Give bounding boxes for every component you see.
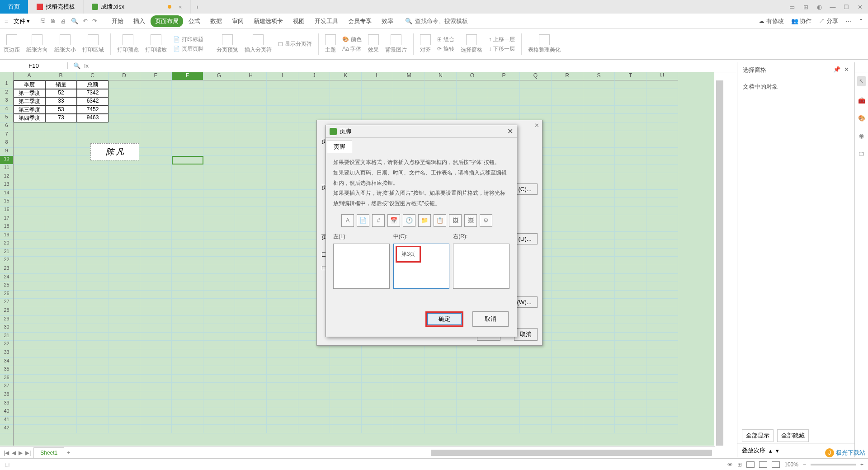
zoom-slider[interactable]	[811, 464, 856, 465]
col-header[interactable]: I	[267, 72, 298, 80]
collapse-ribbon-icon[interactable]: ⌃	[859, 18, 863, 24]
bring-forward-button[interactable]: ↑ 上移一层	[489, 36, 515, 43]
fonts-button[interactable]: Aa 字体	[342, 45, 362, 53]
redo-icon[interactable]: ↷	[92, 18, 97, 24]
data-cell[interactable]: 52	[45, 89, 77, 98]
share[interactable]: ↗ 分享	[819, 17, 838, 25]
sheet-name-icon[interactable]: 📋	[434, 214, 446, 227]
data-cell[interactable]: 73	[45, 114, 77, 122]
sheet-tab-1[interactable]: Sheet1	[33, 447, 64, 458]
file-path-icon[interactable]: 📁	[418, 214, 431, 227]
row-header[interactable]: 4	[0, 106, 13, 114]
row-header[interactable]: 37	[0, 383, 13, 391]
toolbox-icon[interactable]: 🧰	[858, 97, 865, 104]
row-header[interactable]: 9	[0, 148, 13, 156]
row-header[interactable]: 8	[0, 139, 13, 148]
cloud-modified[interactable]: ☁ 有修改	[759, 17, 784, 25]
col-header[interactable]: N	[425, 72, 457, 80]
format-picture-icon[interactable]: ⚙	[480, 214, 492, 227]
tab-file[interactable]: 成绩.xlsx×	[84, 0, 191, 14]
tab-insert[interactable]: 插入	[129, 15, 150, 27]
minimize-icon[interactable]: —	[829, 4, 836, 10]
zoom-level[interactable]: 100%	[784, 461, 798, 468]
col-header[interactable]: D	[108, 72, 140, 80]
tab-templates[interactable]: 找稻壳模板	[28, 0, 84, 14]
print-area-button[interactable]: 打印区域	[82, 34, 104, 54]
tab-formula[interactable]: 公式	[184, 15, 205, 27]
col-header[interactable]: E	[140, 72, 172, 80]
row-header[interactable]: 27	[0, 299, 13, 307]
backup-icon[interactable]: 🗃	[859, 150, 864, 157]
font-format-icon[interactable]: A	[341, 214, 354, 227]
col-header[interactable]: C	[77, 72, 108, 80]
row-header[interactable]: 11	[0, 164, 13, 173]
row-header[interactable]: 14	[0, 190, 13, 198]
tab-member[interactable]: 会员专享	[344, 15, 376, 27]
name-box[interactable]	[4, 62, 64, 69]
col-header[interactable]: B	[45, 72, 77, 80]
row-header[interactable]: 25	[0, 282, 13, 291]
table-beautify-button[interactable]: 表格整理美化	[528, 34, 561, 54]
page-break-view-icon[interactable]	[772, 461, 780, 468]
pane-close-icon[interactable]: ✕	[844, 66, 849, 74]
row-headers[interactable]: 1234567891011121314151617181920212223242…	[0, 72, 14, 446]
col-header[interactable]: P	[488, 72, 520, 80]
eye-icon[interactable]: 👁	[727, 461, 733, 468]
send-backward-button[interactable]: ↓ 下移一层	[489, 45, 515, 53]
row-header[interactable]: 17	[0, 215, 13, 224]
col-header[interactable]: Q	[520, 72, 552, 80]
row-header[interactable]: 13	[0, 181, 13, 190]
tab-newtab[interactable]: 新建选项卡	[249, 15, 288, 27]
dialog-cancel-button[interactable]: 取消	[472, 311, 509, 327]
row-header[interactable]: 2	[0, 89, 13, 98]
back-dialog-close-icon[interactable]: ✕	[534, 122, 539, 129]
col-header[interactable]: L	[362, 72, 393, 80]
data-cell[interactable]: 33	[45, 97, 77, 106]
row-header[interactable]: 26	[0, 291, 13, 299]
page-number-icon[interactable]: #	[372, 214, 385, 227]
data-cell[interactable]: 6342	[77, 97, 108, 106]
normal-view-icon[interactable]	[746, 461, 755, 468]
paper-size-button[interactable]: 纸张大小	[54, 34, 76, 54]
sheet-nav-first-icon[interactable]: |◀	[4, 450, 9, 456]
header-cell[interactable]: 季度	[14, 80, 45, 89]
show-all-button[interactable]: 全部显示	[742, 429, 774, 442]
close-icon[interactable]: ×	[179, 4, 182, 10]
pivot-icon[interactable]: ◉	[859, 132, 864, 139]
row-header[interactable]: 16	[0, 207, 13, 215]
row-header[interactable]: 20	[0, 240, 13, 249]
col-header[interactable]: O	[457, 72, 488, 80]
data-cell[interactable]: 第二季度	[14, 97, 45, 106]
style-icon[interactable]: 🎨	[858, 115, 865, 122]
select-tool-icon[interactable]: ↖	[857, 76, 866, 86]
colors-button[interactable]: 🎨 颜色	[342, 36, 362, 43]
row-header[interactable]: 42	[0, 425, 13, 433]
save-icon[interactable]: 🖫	[40, 18, 46, 24]
file-menu[interactable]: 文件 ▾	[10, 15, 34, 27]
row-header[interactable]: 35	[0, 366, 13, 375]
collaborate[interactable]: 👥 协作	[791, 17, 812, 25]
time-icon[interactable]: 🕐	[403, 214, 415, 227]
print-icon[interactable]: 🖨	[61, 18, 66, 24]
tab-devtools[interactable]: 开发工具	[310, 15, 343, 27]
print-titles-button[interactable]: 📄 打印标题	[173, 36, 203, 43]
insert-picture-icon[interactable]: 🖼	[449, 214, 462, 227]
row-header[interactable]: 23	[0, 265, 13, 274]
search-input[interactable]	[415, 18, 474, 24]
row-header[interactable]: 24	[0, 274, 13, 282]
row-header[interactable]: 30	[0, 324, 13, 333]
back-cancel-button[interactable]: 取消	[514, 328, 538, 341]
row-header[interactable]: 12	[0, 173, 13, 182]
data-cell[interactable]: 第四季度	[14, 114, 45, 122]
left-section-input[interactable]	[333, 244, 390, 289]
col-header[interactable]: T	[615, 72, 646, 80]
tab-efficiency[interactable]: 效率	[377, 15, 398, 27]
dialog-close-icon[interactable]: ✕	[507, 127, 513, 136]
row-header[interactable]: 41	[0, 417, 13, 425]
col-header[interactable]: G	[203, 72, 235, 80]
row-header[interactable]: 33	[0, 349, 13, 358]
header-footer-button[interactable]: 📄 页眉页脚	[173, 45, 203, 53]
theme-button[interactable]: 主题	[325, 34, 336, 54]
move-up-icon[interactable]: ▴	[769, 447, 772, 454]
layout-icon[interactable]: ▭	[788, 4, 796, 10]
